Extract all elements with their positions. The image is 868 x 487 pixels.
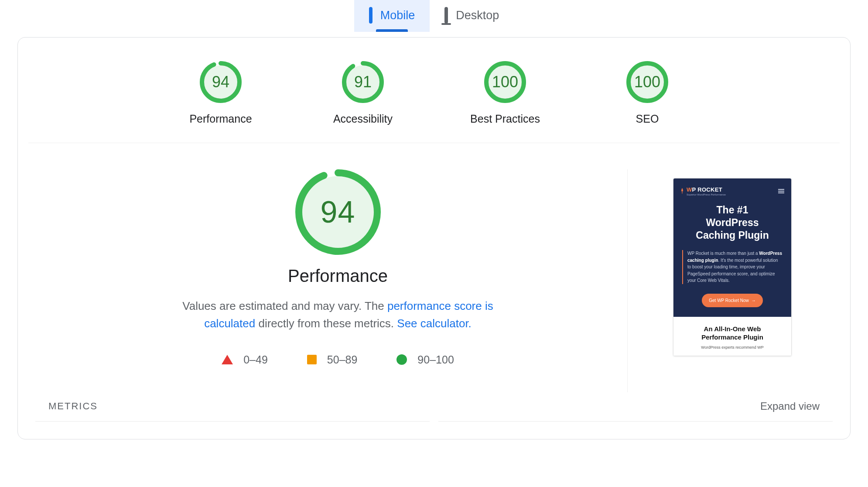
triangle-icon	[222, 355, 233, 364]
gauge-performance-large: 94	[295, 169, 381, 255]
preview-below: An All-In-One Web Performance Plugin Wor…	[673, 317, 791, 356]
gauge-best-practices: 100	[484, 61, 526, 103]
category-performance-label: Performance	[189, 113, 252, 125]
metrics-title: METRICS	[48, 401, 98, 412]
preview-header: WP ROCKET Superior WordPress Performance	[680, 186, 784, 196]
square-icon	[307, 355, 317, 364]
site-preview-card: WP ROCKET Superior WordPress Performance…	[673, 178, 792, 356]
performance-description: Values are estimated and may vary. The p…	[159, 297, 517, 333]
gauge-performance: 94	[200, 61, 242, 103]
preview-cta: Get WP Rocket Now →	[680, 294, 784, 307]
gauge-accessibility: 91	[342, 61, 384, 103]
see-calculator-link[interactable]: See calculator.	[397, 317, 472, 330]
mobile-icon	[369, 9, 372, 22]
site-preview-column: WP ROCKET Superior WordPress Performance…	[645, 169, 820, 392]
tab-mobile-label: Mobile	[380, 9, 415, 22]
report-card: 94 Performance 91 Accessibility 100 Best…	[17, 37, 851, 439]
tab-desktop-label: Desktop	[456, 9, 499, 22]
performance-summary: 94 Performance Values are estimated and …	[48, 169, 628, 392]
metrics-divider	[35, 421, 833, 422]
preview-brand: WP ROCKET Superior WordPress Performance	[680, 186, 726, 196]
preview-body-text: WP Rocket is much more than just a WordP…	[682, 250, 783, 284]
legend-mid: 50–89	[307, 353, 358, 366]
hamburger-icon	[778, 189, 784, 193]
tab-mobile[interactable]: Mobile	[354, 0, 430, 32]
category-accessibility-label: Accessibility	[333, 113, 393, 125]
gauge-seo: 100	[626, 61, 668, 103]
legend-low: 0–49	[222, 353, 268, 366]
tab-desktop[interactable]: Desktop	[430, 0, 514, 32]
category-scores-row: 94 Performance 91 Accessibility 100 Best…	[28, 38, 840, 143]
circle-icon	[396, 354, 407, 365]
preview-headline: The #1 WordPress Caching Plugin	[680, 204, 784, 241]
arrow-right-icon: →	[752, 298, 756, 303]
preview-cta-button: Get WP Rocket Now →	[702, 294, 763, 307]
score-legend: 0–49 50–89 90–100	[222, 353, 454, 366]
metrics-header: METRICS Expand view	[35, 392, 833, 412]
device-tabs: Mobile Desktop	[0, 0, 868, 32]
category-performance[interactable]: 94 Performance	[177, 61, 264, 125]
category-seo[interactable]: 100 SEO	[604, 61, 691, 125]
preview-hero: WP ROCKET Superior WordPress Performance…	[673, 178, 791, 317]
category-best-practices-label: Best Practices	[470, 113, 540, 125]
category-accessibility[interactable]: 91 Accessibility	[319, 61, 407, 125]
legend-high: 90–100	[396, 353, 454, 366]
category-seo-label: SEO	[636, 113, 659, 125]
category-best-practices[interactable]: 100 Best Practices	[461, 61, 549, 125]
expand-view-button[interactable]: Expand view	[760, 400, 820, 412]
preview-tagline: WordPress experts recommend WP	[679, 345, 786, 350]
performance-section: 94 Performance Values are estimated and …	[18, 143, 850, 392]
preview-subhead: An All-In-One Web Performance Plugin	[679, 325, 786, 342]
performance-title: Performance	[288, 266, 388, 286]
rocket-icon	[680, 188, 684, 194]
desktop-icon	[444, 9, 448, 22]
